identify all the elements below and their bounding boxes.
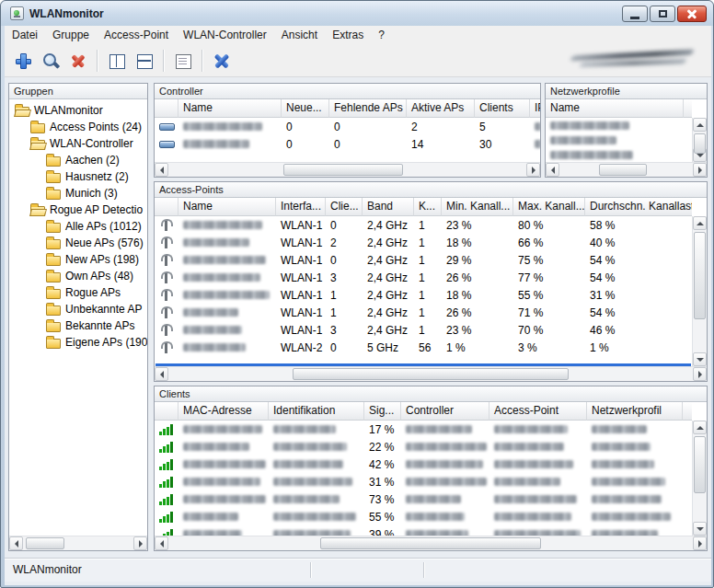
access-points-horizontal-scrollbar[interactable]: [155, 366, 707, 381]
table-row[interactable]: 73 %: [155, 490, 692, 508]
column-header[interactable]: Sig...: [364, 402, 401, 421]
clients-vertical-scrollbar[interactable]: [692, 421, 707, 536]
table-row[interactable]: WLAN-112,4 GHz118 %55 %31 %: [155, 286, 692, 304]
maximize-button[interactable]: [650, 6, 675, 22]
network-profiles-horizontal-scrollbar[interactable]: [546, 162, 707, 177]
table-row[interactable]: [546, 133, 692, 147]
minimize-button[interactable]: [622, 6, 648, 22]
icon-column-header[interactable]: [155, 402, 178, 421]
scroll-right-button[interactable]: [693, 536, 707, 550]
column-header[interactable]: Clie...: [326, 198, 363, 216]
scroll-left-button[interactable]: [155, 367, 168, 381]
scrollbar-thumb[interactable]: [283, 164, 403, 176]
scrollbar-thumb[interactable]: [293, 368, 569, 380]
scroll-right-button[interactable]: [693, 163, 707, 177]
column-header[interactable]: Name: [178, 198, 276, 216]
menu-item-gruppe[interactable]: Gruppe: [45, 26, 97, 44]
tree-item-wlanmonitor[interactable]: WLANmonitor: [9, 102, 147, 119]
scrollbar-thumb[interactable]: [599, 164, 647, 176]
tree-item-neue-aps-576[interactable]: Neue APs (576): [9, 235, 147, 251]
tree-item-alle-aps-1012[interactable]: Alle APs (1012): [9, 218, 147, 235]
tree-view-button[interactable]: [170, 49, 195, 72]
column-header[interactable]: Clients: [475, 99, 530, 118]
scrollbar-thumb[interactable]: [26, 537, 64, 549]
menu-item-help[interactable]: ?: [371, 26, 392, 44]
scroll-left-button[interactable]: [546, 163, 559, 177]
zoom-button[interactable]: [38, 49, 63, 72]
tree-item-eigene-aps-190[interactable]: Eigene APs (190: [9, 334, 147, 351]
tree-item-munich-3[interactable]: Munich (3): [9, 185, 147, 202]
tree-item-access-points-24[interactable]: Access Points (24): [9, 119, 147, 135]
table-row[interactable]: WLAN-112,4 GHz126 %71 %54 %: [155, 304, 692, 321]
scroll-right-button[interactable]: [133, 536, 147, 550]
controller-horizontal-scrollbar[interactable]: [155, 162, 540, 177]
tree-item-new-aps-198[interactable]: New APs (198): [9, 251, 147, 268]
scrollbar-thumb[interactable]: [694, 232, 706, 319]
scroll-right-button[interactable]: [693, 367, 707, 381]
icon-column-header[interactable]: [155, 99, 178, 118]
column-header[interactable]: Access-Point: [489, 402, 587, 421]
table-row[interactable]: WLAN-132,4 GHz123 %70 %46 %: [155, 321, 692, 339]
tree-item-hausnetz-2[interactable]: Hausnetz (2): [9, 168, 147, 185]
column-header[interactable]: Fehlende APs: [329, 99, 407, 118]
table-row[interactable]: 42 %: [155, 455, 692, 473]
scroll-down-button[interactable]: [693, 522, 707, 536]
table-row[interactable]: 0025: [155, 118, 540, 135]
menu-item-extras[interactable]: Extras: [325, 26, 371, 44]
scroll-left-button[interactable]: [155, 163, 168, 177]
tree-item-own-aps-48[interactable]: Own APs (48): [9, 268, 147, 284]
table-row[interactable]: [546, 118, 692, 133]
table-row[interactable]: 39 %: [155, 525, 692, 536]
menu-item-datei[interactable]: Datei: [5, 26, 45, 44]
access-points-vertical-scrollbar[interactable]: [692, 216, 707, 366]
scrollbar-thumb[interactable]: [694, 436, 706, 493]
tree-item-wlan-controller[interactable]: WLAN-Controller: [9, 135, 147, 152]
table-row[interactable]: 001430: [155, 135, 540, 153]
menu-item-access-point[interactable]: Access-Point: [97, 26, 176, 44]
tree-item-aachen-2[interactable]: Aachen (2): [9, 152, 147, 168]
column-header[interactable]: Name: [178, 99, 282, 118]
column-header[interactable]: Name: [546, 99, 684, 118]
scrollbar-thumb[interactable]: [694, 133, 706, 154]
close-button[interactable]: [677, 6, 707, 22]
column-header[interactable]: Aktive APs: [407, 99, 475, 118]
scroll-right-button[interactable]: [526, 163, 540, 177]
column-header[interactable]: Interfa...: [276, 198, 326, 216]
scroll-up-button[interactable]: [693, 421, 707, 434]
add-button[interactable]: [10, 49, 35, 72]
tree-item-rogue-aps[interactable]: Rogue APs: [9, 284, 147, 301]
table-row[interactable]: WLAN-205 GHz561 %3 %1 %: [155, 339, 692, 356]
column-header[interactable]: Band: [363, 198, 414, 216]
tree-item-unbekannte-ap[interactable]: Unbekannte AP: [9, 301, 147, 317]
titlebar[interactable]: WLANmonitor: [1, 1, 713, 26]
tree-horizontal-scrollbar[interactable]: [9, 536, 147, 550]
column-header[interactable]: IP-A...: [530, 99, 540, 118]
table-row[interactable]: WLAN-102,4 GHz123 %80 %58 %: [155, 216, 692, 234]
scroll-left-button[interactable]: [9, 536, 23, 550]
split-vertical-button[interactable]: [104, 49, 129, 72]
table-row[interactable]: 31 %: [155, 473, 692, 490]
table-row[interactable]: WLAN-122,4 GHz118 %66 %40 %: [155, 234, 692, 251]
column-header[interactable]: Controller: [401, 402, 489, 421]
split-horizontal-button[interactable]: [132, 49, 156, 72]
scrollbar-thumb[interactable]: [320, 537, 541, 549]
table-row[interactable]: WLAN-132,4 GHz126 %77 %54 %: [155, 269, 692, 286]
column-header[interactable]: Max. Kanall...: [513, 198, 585, 216]
scroll-up-button[interactable]: [693, 216, 707, 230]
column-header[interactable]: Neue...: [282, 99, 329, 118]
scroll-left-button[interactable]: [155, 536, 168, 550]
column-header[interactable]: Durchschn. Kanallast: [585, 198, 692, 216]
column-header[interactable]: Netzwerkprofil: [587, 402, 683, 421]
icon-column-header[interactable]: [155, 198, 178, 216]
table-row[interactable]: 17 %: [155, 421, 692, 438]
network-profiles-vertical-scrollbar[interactable]: [692, 118, 707, 162]
scroll-up-button[interactable]: [693, 118, 707, 132]
table-row[interactable]: 55 %: [155, 508, 692, 525]
clients-horizontal-scrollbar[interactable]: [155, 536, 707, 550]
disconnect-button[interactable]: [209, 49, 234, 72]
column-header[interactable]: K...: [414, 198, 442, 216]
tree-item-bekannte-aps[interactable]: Bekannte APs: [9, 317, 147, 334]
scroll-down-button[interactable]: [693, 352, 707, 366]
column-header[interactable]: MAC-Adresse: [178, 402, 269, 421]
menu-item-wlan-controller[interactable]: WLAN-Controller: [176, 26, 274, 44]
